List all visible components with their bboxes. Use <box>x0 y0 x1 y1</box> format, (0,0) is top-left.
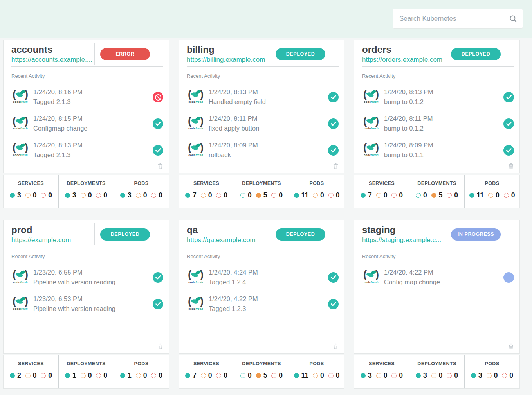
activity-list: () codefresh 1/24/20, 8:13 PM bump to 0.… <box>362 88 514 159</box>
activity-status-success-icon <box>328 272 339 283</box>
card-header: billing https://billing.example.com DEPL… <box>179 40 344 64</box>
codefresh-wordmark: codefresh <box>11 153 29 157</box>
environment-url-link[interactable]: https://orders.example.com <box>362 56 443 64</box>
activity-timestamp: 1/24/20, 8:11 PM <box>209 115 328 122</box>
stat-dot-ok <box>471 373 476 378</box>
trash-icon[interactable] <box>508 343 514 350</box>
environment-url-link[interactable]: https://staging.example.c... <box>362 236 443 244</box>
stat-count: 0 <box>494 372 498 380</box>
stat-dots: 1100 <box>465 191 519 199</box>
activity-item: () codefresh 1/24/20, 8:13 PM Tagged 2.1… <box>11 142 163 159</box>
activity-text: 1/23/20, 6:53 PM Pipeline with version r… <box>33 295 153 312</box>
stat-dot-ok <box>10 373 15 378</box>
stat-column: SERVICES 300 <box>354 356 409 388</box>
trash-icon[interactable] <box>333 343 339 350</box>
header-divider <box>445 43 445 65</box>
stat-dot-err <box>391 373 397 378</box>
trash-icon[interactable] <box>157 343 163 350</box>
stat-count: 0 <box>279 372 283 380</box>
stat-dot-warn <box>136 373 141 378</box>
leaf-icon <box>191 89 200 99</box>
search-box[interactable] <box>393 9 523 29</box>
stat-label: DEPLOYMENTS <box>409 181 464 186</box>
activity-text: 1/24/20, 8:13 PM Tagged 2.1.3 <box>33 142 153 159</box>
activity-item: () codefresh 1/24/20, 4:22 PM Config map… <box>362 269 514 286</box>
stat-column: DEPLOYMENTS 050 <box>409 175 464 208</box>
stat-dot-warn <box>25 373 31 378</box>
leaf-icon <box>191 269 200 280</box>
activity-status-success-icon <box>503 92 514 102</box>
stat-label: DEPLOYMENTS <box>59 181 114 186</box>
environment-card: qa https://qa.example.com DEPLOYED Recen… <box>179 220 344 389</box>
activity-item: () codefresh 1/23/20, 6:53 PM Pipeline w… <box>11 295 163 312</box>
leaf-icon <box>16 269 25 280</box>
stat-dot-warn <box>25 193 31 198</box>
activity-timestamp: 1/24/20, 8:16 PM <box>33 88 153 96</box>
card-title-block: billing https://billing.example.com <box>187 44 270 64</box>
stat-dot-ok <box>294 373 299 378</box>
environment-grid: accounts https://accounts.example.... ER… <box>0 38 532 389</box>
stat-count: 0 <box>384 191 388 199</box>
stat-dot-ok <box>65 193 70 198</box>
stat-column: SERVICES 200 <box>4 356 58 388</box>
activity-section: Recent Activity () codefresh 1/24/20, 8:… <box>354 67 519 159</box>
activity-text: 1/24/20, 8:13 PM bump to 0.1.2 <box>384 88 503 106</box>
stat-count: 0 <box>208 372 212 380</box>
codefresh-wordmark: codefresh <box>187 127 205 130</box>
stat-dot-err <box>504 193 509 198</box>
stat-count: 0 <box>320 372 324 380</box>
trash-icon[interactable] <box>333 163 339 169</box>
activity-description: Tagged 2.1.3 <box>33 98 153 106</box>
codefresh-logo-icon: () codefresh <box>187 295 205 311</box>
environment-url-link[interactable]: https://billing.example.com <box>187 56 267 64</box>
card-stats-footer: SERVICES 700 DEPLOYMENTS 050 PODS 1100 <box>354 175 520 208</box>
stat-dots: 700 <box>179 191 234 199</box>
stat-count: 7 <box>368 191 372 199</box>
stat-dot-err <box>151 373 156 378</box>
environment-url-link[interactable]: https://example.com <box>11 236 92 244</box>
stat-column: PODS 1100 <box>289 356 344 388</box>
environment-card: billing https://billing.example.com DEPL… <box>179 40 344 208</box>
activity-timestamp: 1/23/20, 6:55 PM <box>33 269 153 276</box>
header-divider <box>270 43 270 65</box>
stat-count: 3 <box>478 372 482 380</box>
activity-status-success-icon <box>153 272 163 283</box>
leaf-icon <box>16 116 25 126</box>
codefresh-logo-icon: () codefresh <box>187 142 205 157</box>
stat-dot-ok <box>294 193 299 198</box>
codefresh-logo-icon: () codefresh <box>362 269 380 284</box>
stat-label: PODS <box>289 361 344 366</box>
environment-card-main: qa https://qa.example.com DEPLOYED Recen… <box>179 220 344 354</box>
search-icon[interactable] <box>509 15 517 23</box>
stat-count: 0 <box>248 372 252 380</box>
trash-icon[interactable] <box>157 163 163 169</box>
stat-dot-warn <box>431 373 436 378</box>
stat-dot-err <box>151 193 156 198</box>
activity-description: bump to 0.1.2 <box>384 98 503 106</box>
activity-timestamp: 1/24/20, 8:13 PM <box>209 88 328 96</box>
environment-url-link[interactable]: https://qa.example.com <box>187 236 267 244</box>
environment-url-link[interactable]: https://accounts.example.... <box>11 56 92 64</box>
stat-count: 2 <box>17 372 21 380</box>
trash-icon[interactable] <box>508 163 514 169</box>
activity-timestamp: 1/24/20, 8:11 PM <box>384 115 503 122</box>
stat-dots: 300 <box>114 191 169 199</box>
activity-status-success-icon <box>328 145 339 156</box>
status-badge: DEPLOYED <box>100 228 150 241</box>
stat-count: 0 <box>454 372 458 380</box>
stat-dot-warn <box>256 193 261 198</box>
codefresh-logo-icon: () codefresh <box>362 142 380 157</box>
stat-count: 0 <box>399 191 403 199</box>
status-badge: DEPLOYED <box>276 48 325 60</box>
card-stats-footer: SERVICES 700 DEPLOYMENTS 050 PODS 1100 <box>179 355 344 389</box>
search-input[interactable] <box>399 14 509 23</box>
codefresh-wordmark: codefresh <box>362 153 380 157</box>
stat-column: DEPLOYMENTS 300 <box>58 175 114 208</box>
card-header: orders https://orders.example.com DEPLOY… <box>354 40 519 64</box>
recent-activity-label: Recent Activity <box>362 73 514 79</box>
codefresh-logo-icon: () codefresh <box>187 115 205 130</box>
stat-label: PODS <box>465 181 519 186</box>
stat-dot-warn <box>256 373 261 378</box>
activity-section: Recent Activity () codefresh 1/24/20, 4:… <box>179 247 344 312</box>
environment-card-main: billing https://billing.example.com DEPL… <box>179 40 344 173</box>
